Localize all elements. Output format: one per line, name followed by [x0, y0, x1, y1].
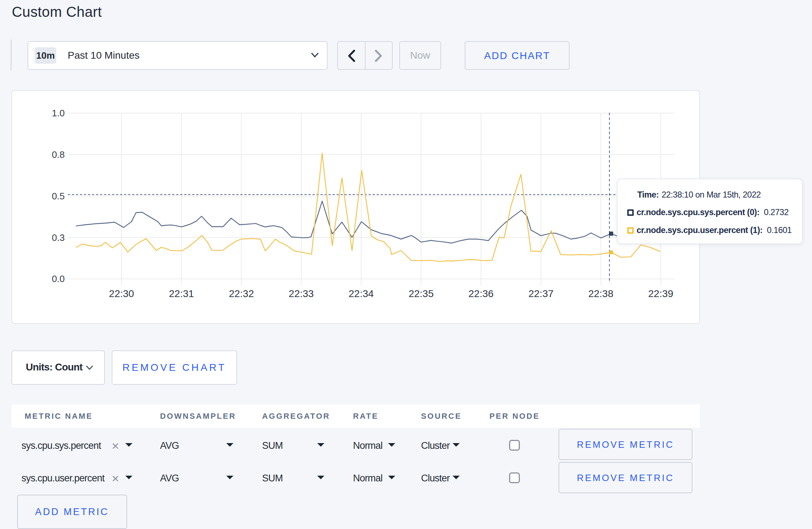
- svg-text:22:37: 22:37: [528, 288, 554, 299]
- svg-text:0.3: 0.3: [52, 232, 65, 243]
- svg-text:0.5: 0.5: [52, 191, 65, 202]
- svg-text:22:35: 22:35: [409, 288, 434, 299]
- svg-text:22:33: 22:33: [289, 288, 314, 299]
- svg-text:22:31: 22:31: [169, 288, 194, 299]
- svg-text:22:38: 22:38: [588, 288, 613, 299]
- svg-text:1.0: 1.0: [52, 108, 65, 118]
- svg-text:22:32: 22:32: [229, 288, 254, 299]
- svg-text:22:34: 22:34: [349, 288, 374, 299]
- svg-text:0.8: 0.8: [52, 149, 65, 160]
- svg-text:22:39: 22:39: [648, 288, 673, 299]
- svg-text:22:30: 22:30: [109, 288, 134, 299]
- svg-text:22:36: 22:36: [469, 288, 494, 299]
- svg-text:0.0: 0.0: [52, 273, 65, 284]
